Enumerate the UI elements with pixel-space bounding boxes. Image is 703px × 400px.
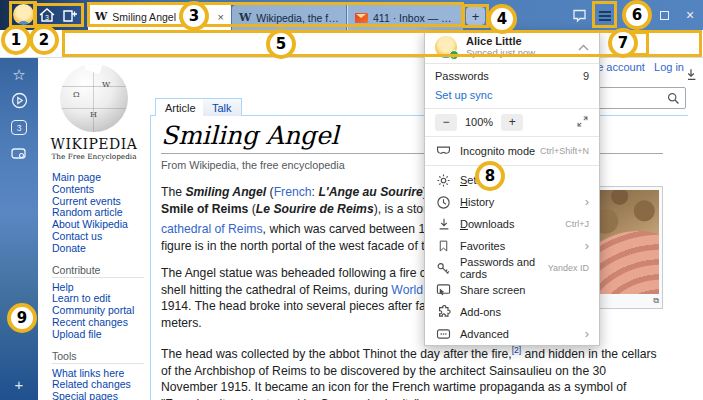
add-ons-label: Add-ons <box>460 306 501 318</box>
sync-check-badge: ✓ <box>449 50 459 60</box>
yandex-id-badge: Yandex ID <box>548 263 589 273</box>
sidebar-header-contribute: Contribute <box>52 264 144 278</box>
callout-8: 8 <box>475 161 505 191</box>
wikipedia-globe-logo[interactable]: Ω W Н <box>60 64 128 132</box>
collapse-chevron-icon[interactable] <box>578 42 589 52</box>
tab-yandex-mail[interactable]: 411 · Inbox — Yandex Mail <box>347 5 463 30</box>
callout-3: 3 <box>179 1 209 31</box>
downloads-arrow-icon <box>435 216 452 232</box>
new-tab-button[interactable]: + <box>466 7 485 25</box>
log-in-link[interactable]: Log in <box>654 61 684 73</box>
menu-item-share-screen[interactable]: Share screen <box>425 279 599 301</box>
article-link[interactable]: cathedral of Reims <box>161 222 263 236</box>
sidebar-add-button[interactable]: + <box>0 376 38 393</box>
callout-9: 9 <box>7 303 37 333</box>
tab-article[interactable]: Article <box>155 98 206 116</box>
video-play-icon[interactable] <box>0 92 38 109</box>
new-window-button[interactable] <box>60 6 80 24</box>
maximize-button[interactable] <box>655 6 673 24</box>
incognito-mask-icon <box>435 143 452 159</box>
sidebar-item-donate[interactable]: Donate <box>52 243 148 255</box>
share-screen-label: Share screen <box>460 284 525 296</box>
browser-sidebar: ☆ 3 + <box>0 58 38 400</box>
menu-item-set-up-sync[interactable]: Set up sync <box>425 87 599 103</box>
wiki-sidebar-nav: Main page Contents Current events Random… <box>52 172 148 400</box>
profile-avatar: ✓ <box>435 36 457 58</box>
incognito-shortcut: Ctrl+Shift+N <box>540 146 589 156</box>
devices-icon[interactable] <box>0 146 38 162</box>
share-screen-icon <box>435 282 452 298</box>
wikipedia-logo-tagline: The Free Encyclopedia <box>38 152 150 161</box>
sidebar-item-recent-changes[interactable]: Recent changes <box>52 317 148 329</box>
callout-7: 7 <box>608 28 638 58</box>
favorites-star-icon[interactable]: ☆ <box>0 66 38 84</box>
wikipedia-favicon-icon: W <box>239 11 251 24</box>
menu-item-settings[interactable]: Settings <box>425 169 599 191</box>
zoom-value: 100% <box>465 116 493 128</box>
home-badge-glyph: 3 <box>45 13 49 20</box>
titlebar-divider <box>83 7 84 23</box>
zoom-out-button[interactable]: − <box>435 114 457 131</box>
search-icon[interactable] <box>667 92 680 105</box>
tabs-panel-icon[interactable]: 3 <box>0 120 38 135</box>
menu-item-advanced[interactable]: Advanced › <box>425 323 599 345</box>
mail-favicon-icon <box>355 13 368 23</box>
fullscreen-icon[interactable] <box>576 115 589 129</box>
passwords-cards-label: Passwords and cards <box>460 256 548 280</box>
tab-smiling-angel[interactable]: W Smiling Angel - Wik × <box>88 3 231 30</box>
tab-title: Wikipedia, the free encyclo <box>256 12 339 24</box>
search-input[interactable] <box>592 87 686 109</box>
browser-menu-dropdown: ✓ Alice Little Synced just now Passwords… <box>424 30 600 346</box>
downloads-shortcut: Ctrl+J <box>565 219 589 229</box>
sync-status: Synced just now <box>466 47 535 58</box>
favorites-bookmark-icon <box>435 238 452 254</box>
history-label: History <box>460 196 494 208</box>
sidebar-item-upload-file[interactable]: Upload file <box>52 329 148 341</box>
tab-close-icon[interactable]: × <box>218 11 224 23</box>
submenu-chevron-icon: › <box>585 329 589 339</box>
home-button[interactable]: 3 <box>37 6 57 24</box>
sidebar-item-special-pages[interactable]: Special pages <box>52 391 148 400</box>
callout-6: 6 <box>622 0 652 30</box>
callout-4: 4 <box>487 4 517 34</box>
wikipedia-favicon-icon: W <box>95 10 107 23</box>
tab-talk[interactable]: Talk <box>203 98 242 116</box>
add-ons-puzzle-icon <box>435 304 452 320</box>
menu-item-passwords-and-cards[interactable]: Passwords and cards Yandex ID <box>425 257 599 279</box>
menu-item-add-ons[interactable]: Add-ons <box>425 301 599 323</box>
menu-button[interactable] <box>594 3 616 28</box>
article-link[interactable]: French <box>274 185 312 199</box>
menu-item-history[interactable]: History › <box>425 191 599 213</box>
key-icon <box>435 260 452 276</box>
sidebar-item-contact-us[interactable]: Contact us <box>52 231 148 243</box>
browser-window: 3 W Smiling Angel - Wik × W Wikipedia, t… <box>0 0 703 400</box>
advanced-ellipsis-icon <box>435 326 452 342</box>
zoom-in-button[interactable]: + <box>501 114 523 131</box>
favorites-label: Favorites <box>460 240 505 252</box>
submenu-chevron-icon: › <box>585 197 589 207</box>
passwords-count: 9 <box>583 70 589 82</box>
close-button[interactable]: × <box>681 6 699 24</box>
tab-wikipedia-main[interactable]: W Wikipedia, the free encyclo <box>232 5 346 30</box>
menu-item-passwords[interactable]: Passwords 9 <box>425 67 599 85</box>
paragraph: The head was collected by the abbot Thin… <box>161 342 663 400</box>
callout-5: 5 <box>266 29 296 59</box>
zoom-controls: − 100% + <box>425 113 599 131</box>
wikipedia-wordmark: WIKIPEDIA <box>38 136 150 152</box>
tab-title: 411 · Inbox — Yandex Mail <box>373 12 456 24</box>
maximize-icon <box>660 11 669 20</box>
tab-counter: 3 <box>11 120 27 135</box>
advanced-label: Advanced <box>460 328 509 340</box>
sidebar-item-contents[interactable]: Contents <box>52 184 148 196</box>
menu-item-favorites[interactable]: Favorites › <box>425 235 599 257</box>
incognito-label: Incognito mode <box>460 145 535 157</box>
menu-item-incognito[interactable]: Incognito mode Ctrl+Shift+N <box>425 141 599 161</box>
menu-item-downloads[interactable]: Downloads Ctrl+J <box>425 213 599 235</box>
submenu-chevron-icon: › <box>585 241 589 251</box>
profile-name: Alice Little <box>466 36 535 47</box>
notifications-icon[interactable] <box>570 6 588 24</box>
settings-gear-icon <box>435 172 452 188</box>
profile-avatar[interactable] <box>13 4 34 25</box>
profile-row[interactable]: ✓ Alice Little Synced just now <box>425 33 599 61</box>
callout-2: 2 <box>29 25 59 55</box>
